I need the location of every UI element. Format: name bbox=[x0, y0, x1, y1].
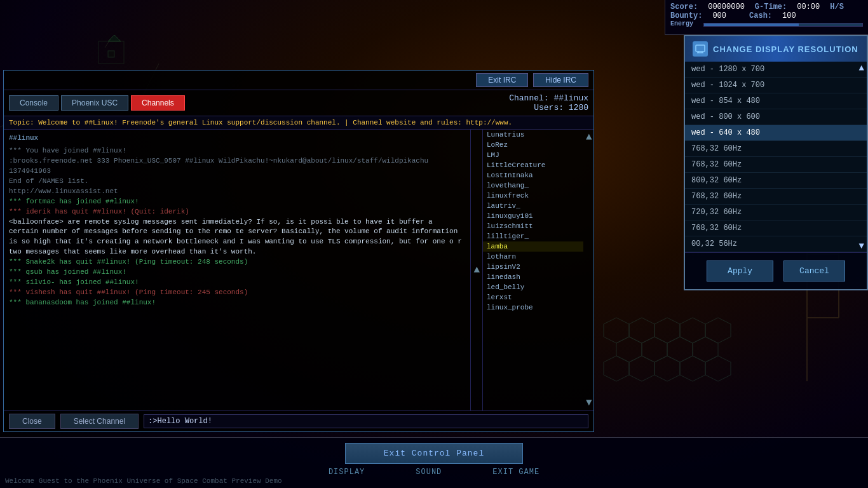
user-item[interactable]: led_belly bbox=[483, 282, 583, 292]
resolution-item[interactable]: wed - 640 x 480 bbox=[685, 125, 867, 141]
resolution-dialog: CHANGE DISPLAY RESOLUTION ▲ wed - 1280 x… bbox=[684, 35, 868, 290]
console-tab[interactable]: Console bbox=[9, 95, 58, 111]
select-channel-button[interactable]: Select Channel bbox=[60, 414, 139, 429]
bounty-value: 000 bbox=[712, 11, 726, 20]
nav-sound[interactable]: SOUND bbox=[416, 468, 442, 477]
irc-panel: Exit IRC Hide IRC Console Phoenix USC Ch… bbox=[3, 70, 594, 432]
message-item: *** vishesh has quit ##linux! (Ping time… bbox=[9, 288, 465, 298]
message-item: *** Snake2k has quit ##linux! (Ping time… bbox=[9, 257, 465, 268]
user-item[interactable]: Lunatrius bbox=[483, 130, 583, 140]
close-button[interactable]: Close bbox=[9, 414, 55, 429]
bottom-welcome: Welcome Guest to the Phoenix Universe of… bbox=[5, 477, 282, 485]
user-item[interactable]: luizschmitt bbox=[483, 221, 583, 231]
gtime-label: G-Time: bbox=[755, 3, 787, 11]
nav-display[interactable]: DISPLAY bbox=[329, 468, 365, 477]
phoenix-tab[interactable]: Phoenix USC bbox=[61, 95, 128, 111]
message-item: *** silvio- has joined ##linux! bbox=[9, 278, 465, 288]
nav-exit[interactable]: EXIT GAME bbox=[492, 468, 539, 477]
irc-input[interactable] bbox=[144, 414, 588, 428]
user-item[interactable]: LMJ bbox=[483, 150, 583, 160]
resolution-item[interactable]: 768,32 60Hz bbox=[685, 220, 867, 236]
message-item: *** fortmac has joined ##linux! bbox=[9, 197, 465, 207]
user-item[interactable]: lipsinV2 bbox=[483, 262, 583, 272]
top-hud: Score: 00000000 G-Time: 00:00 H/S Bounty… bbox=[665, 0, 868, 35]
user-item[interactable]: linuxguy101 bbox=[483, 211, 583, 221]
resolution-item[interactable]: 00,32 56Hz bbox=[685, 236, 867, 252]
resolution-item[interactable]: 768,32 60Hz bbox=[685, 157, 867, 173]
channel-header: ##linux bbox=[9, 133, 465, 144]
channel-info: Channel: ##linux Users: 1280 bbox=[509, 93, 588, 112]
message-item: *** qsub has joined ##linux! bbox=[9, 268, 465, 278]
users-scroll-up[interactable]: ▲ bbox=[585, 131, 592, 144]
resolution-list[interactable]: wed - 1280 x 700wed - 1024 x 700wed - 85… bbox=[685, 62, 867, 252]
irc-footer: Close Select Channel bbox=[4, 410, 593, 431]
cancel-button[interactable]: Cancel bbox=[783, 261, 845, 281]
user-item[interactable]: lilltiger_ bbox=[483, 231, 583, 241]
cash-value: 100 bbox=[782, 11, 796, 20]
resolution-title-bar: CHANGE DISPLAY RESOLUTION bbox=[685, 36, 867, 62]
channel-name: Channel: ##linux bbox=[509, 93, 588, 103]
users-count: Users: 1280 bbox=[509, 103, 588, 112]
resolution-icon bbox=[693, 41, 708, 57]
user-item[interactable]: lautriv_ bbox=[483, 201, 583, 211]
hs-label: H/S bbox=[830, 3, 844, 11]
user-item[interactable]: lovethang_ bbox=[483, 180, 583, 191]
resolution-title: CHANGE DISPLAY RESOLUTION bbox=[713, 44, 858, 54]
score-value: 00000000 bbox=[708, 3, 745, 11]
users-left-arrow: ▲ bbox=[470, 130, 482, 410]
resolution-item[interactable]: 768,32 60Hz bbox=[685, 189, 867, 205]
resolution-list-container: ▲ wed - 1280 x 700wed - 1024 x 700wed - … bbox=[685, 62, 867, 252]
irc-nav: Console Phoenix USC Channels Channel: ##… bbox=[4, 90, 593, 116]
res-scroll-down-arrow[interactable]: ▼ bbox=[859, 241, 864, 251]
irc-body: ##linux *** You have joined ##linux!:bro… bbox=[4, 130, 593, 410]
users-arrows: ▲ ▼ bbox=[583, 130, 593, 410]
users-scroll-down[interactable]: ▼ bbox=[585, 396, 592, 409]
resolution-item[interactable]: wed - 854 x 480 bbox=[685, 93, 867, 109]
bounty-label: Bounty: bbox=[670, 11, 702, 20]
exit-irc-button[interactable]: Exit IRC bbox=[476, 73, 528, 87]
apply-button[interactable]: Apply bbox=[707, 261, 773, 281]
score-label: Score: bbox=[670, 3, 698, 11]
resolution-item[interactable]: wed - 1024 x 700 bbox=[685, 78, 867, 93]
message-item: *** iderik has quit ##linux! (Quit: ider… bbox=[9, 207, 465, 217]
energy-label: Energy bbox=[670, 20, 693, 27]
resolution-item[interactable]: 720,32 60Hz bbox=[685, 205, 867, 220]
message-item: End of /NAMES list. bbox=[9, 177, 465, 187]
gtime-value: 00:00 bbox=[797, 3, 820, 11]
resolution-item[interactable]: wed - 1280 x 700 bbox=[685, 62, 867, 78]
message-item: *** You have joined ##linux! bbox=[9, 146, 465, 156]
user-item[interactable]: linedash bbox=[483, 272, 583, 282]
resolution-item[interactable]: 768,32 60Hz bbox=[685, 141, 867, 157]
users-list: LunatriusLoRezLMJLittleCreatureLostInIna… bbox=[483, 130, 583, 410]
hide-irc-button[interactable]: Hide IRC bbox=[533, 73, 588, 87]
user-item[interactable]: LoRez bbox=[483, 140, 583, 150]
resolution-item[interactable]: 800,32 60Hz bbox=[685, 173, 867, 189]
channels-tab[interactable]: Channels bbox=[131, 95, 185, 111]
message-item: :brooks.freenode.net 333 Phoenix_USC_950… bbox=[9, 156, 465, 177]
bottom-panel: Exit Control Panel DISPLAY SOUND EXIT GA… bbox=[0, 437, 868, 488]
user-item[interactable]: LostInInaka bbox=[483, 170, 583, 180]
user-item[interactable]: lotharn bbox=[483, 252, 583, 262]
irc-input-area bbox=[144, 414, 588, 428]
irc-users: LunatriusLoRezLMJLittleCreatureLostInIna… bbox=[482, 130, 593, 410]
res-scroll-up-arrow[interactable]: ▲ bbox=[859, 63, 864, 73]
user-item[interactable]: lamba bbox=[483, 241, 583, 252]
cash-label: Cash: bbox=[749, 11, 772, 20]
irc-topic: Topic: Welcome to ##Linux! Freenode's ge… bbox=[4, 116, 593, 130]
resolution-item[interactable]: wed - 800 x 600 bbox=[685, 109, 867, 125]
exit-control-panel-button[interactable]: Exit Control Panel bbox=[345, 443, 523, 464]
message-item: *** bananasdoom has joined ##linux! bbox=[9, 298, 465, 308]
resolution-buttons: Apply Cancel bbox=[685, 252, 867, 289]
user-item[interactable]: linux_probe bbox=[483, 302, 583, 313]
user-item[interactable]: lerxst bbox=[483, 292, 583, 302]
users-scroll-left[interactable]: ▲ bbox=[472, 264, 481, 276]
message-item: <balloonface> are remote syslog messages… bbox=[9, 217, 465, 258]
svg-rect-0 bbox=[696, 45, 705, 51]
user-item[interactable]: LittleCreature bbox=[483, 160, 583, 170]
messages-container: *** You have joined ##linux!:brooks.free… bbox=[9, 146, 465, 308]
message-item: http://www.linuxassist.net bbox=[9, 187, 465, 197]
user-item[interactable]: linuxfreck bbox=[483, 191, 583, 201]
irc-messages[interactable]: ##linux *** You have joined ##linux!:bro… bbox=[4, 130, 470, 410]
irc-top-bar: Exit IRC Hide IRC bbox=[4, 71, 593, 90]
